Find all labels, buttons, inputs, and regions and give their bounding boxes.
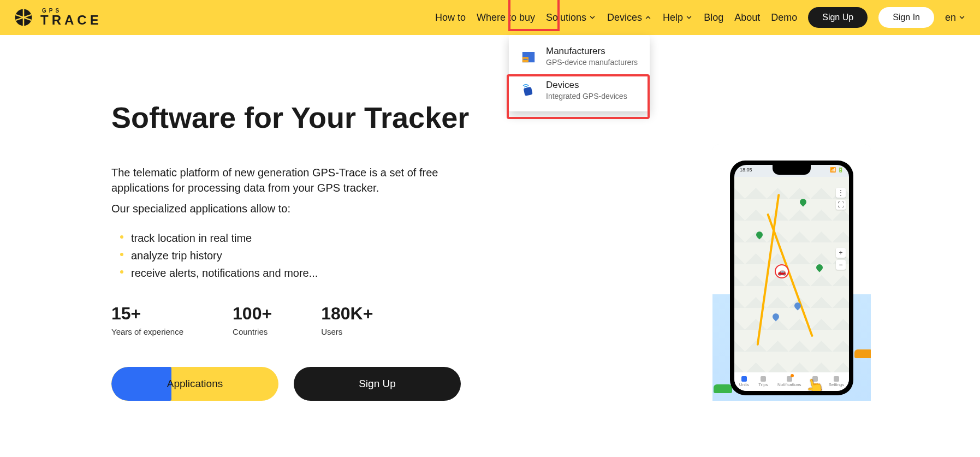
map-poi-icon <box>771 312 781 322</box>
map-poi-icon <box>799 198 808 207</box>
language-selector[interactable]: en <box>945 12 966 23</box>
map-fullscreen-icon: ⛶ <box>836 200 846 210</box>
feature-item: track location in real time <box>120 229 494 247</box>
stat-label: Years of experience <box>111 327 183 336</box>
phone-map: 🚗 ⋮ ⛶ + − <box>734 177 849 372</box>
nav-help-label: Help <box>663 12 683 23</box>
map-zoom-out-icon: − <box>836 260 846 270</box>
notification-dot-icon <box>791 374 794 377</box>
nav-where-label: Where to buy <box>477 12 535 23</box>
dropdown-devices[interactable]: Devices Integrated GPS-devices <box>509 73 650 107</box>
svg-rect-3 <box>523 59 527 60</box>
warehouse-icon <box>520 48 537 65</box>
map-poi-icon <box>755 230 764 240</box>
applications-button[interactable]: Applications <box>111 367 278 401</box>
nav-demo-label: Demo <box>771 12 797 23</box>
logo-text: GPS TRACE <box>40 8 102 27</box>
stat-users: 180K+ Users <box>321 304 373 336</box>
phone-nav-settings: Settings <box>828 376 844 387</box>
stat-value: 180K+ <box>321 304 373 324</box>
signup-label: Sign Up <box>822 13 853 22</box>
nav-devices[interactable]: Devices <box>607 12 652 23</box>
stat-value: 15+ <box>111 304 183 324</box>
dropdown-manufacturers[interactable]: Manufacturers GPS-device manufacturers <box>509 39 650 73</box>
phone-nav-units: Units <box>739 376 749 387</box>
hero-feature-list: track location in real time analyze trip… <box>120 229 494 282</box>
trips-icon <box>761 376 766 382</box>
nav-about-label: About <box>734 12 760 23</box>
phone-time: 18:05 <box>740 167 752 173</box>
signup-button[interactable]: Sign Up <box>808 7 868 28</box>
stat-value: 100+ <box>233 304 272 324</box>
nav-where-to-buy[interactable]: Where to buy <box>477 12 535 23</box>
phone-bottom-nav: Units Trips Notifications Geo Settings <box>734 372 849 391</box>
phone-nav-label: Settings <box>828 382 844 387</box>
phone-nav-trips: Trips <box>758 376 768 387</box>
nav-solutions-label: Solutions <box>546 12 586 23</box>
chevron-down-icon <box>958 14 966 21</box>
phone-nav-label: Trips <box>758 382 768 387</box>
hero-content: Software for Your Tracker The telematic … <box>111 100 494 401</box>
chevron-up-icon <box>644 14 652 21</box>
logo[interactable]: GPS TRACE <box>14 8 102 27</box>
chevron-down-icon <box>685 14 693 21</box>
dropdown-devices-text: Devices Integrated GPS-devices <box>546 80 627 100</box>
cta-row: Applications Sign Up <box>111 367 494 401</box>
hero-paragraph-1: The telematic platform of new generation… <box>111 165 494 195</box>
signin-button[interactable]: Sign In <box>878 7 934 28</box>
nav-about[interactable]: About <box>734 12 760 23</box>
dropdown-devices-title: Devices <box>546 80 627 91</box>
hero-illustration: 18:05 📶 🔋 🚗 ⋮ ⛶ + − <box>712 144 871 401</box>
language-label: en <box>945 12 956 23</box>
dropdown-manufacturers-text: Manufacturers GPS-device manufacturers <box>546 46 638 67</box>
stat-label: Users <box>321 327 373 336</box>
hero-signup-label: Sign Up <box>359 378 396 390</box>
nav-devices-label: Devices <box>607 12 642 23</box>
hero-section: Software for Your Tracker The telematic … <box>0 35 980 401</box>
car-illustration <box>854 349 871 358</box>
hero-signup-button[interactable]: Sign Up <box>294 367 461 401</box>
phone-mockup: 18:05 📶 🔋 🚗 ⋮ ⛶ + − <box>730 161 853 395</box>
phone-nav-label: Notifications <box>777 382 801 387</box>
nav-help[interactable]: Help <box>663 12 693 23</box>
dropdown-devices-sub: Integrated GPS-devices <box>546 92 627 100</box>
applications-label: Applications <box>167 378 223 390</box>
devices-dropdown: Manufacturers GPS-device manufacturers D… <box>509 35 650 111</box>
nav-how-to[interactable]: How to <box>435 12 466 23</box>
feature-item: analyze trip history <box>120 247 494 264</box>
logo-icon <box>14 8 33 27</box>
hero-title: Software for Your Tracker <box>111 100 494 134</box>
svg-rect-4 <box>524 87 533 96</box>
dropdown-manufacturers-title: Manufacturers <box>546 46 638 57</box>
nav-solutions[interactable]: Solutions <box>546 12 596 23</box>
logo-text-big: TRACE <box>40 14 102 27</box>
phone-screen: 18:05 📶 🔋 🚗 ⋮ ⛶ + − <box>734 165 849 391</box>
chevron-down-icon <box>589 14 596 21</box>
signin-label: Sign In <box>893 13 920 22</box>
vehicle-pin-icon: 🚗 <box>775 264 789 278</box>
phone-nav-notifications: Notifications <box>777 376 801 387</box>
stat-label: Countries <box>233 327 272 336</box>
nav-blog-label: Blog <box>704 12 723 23</box>
map-zoom-in-icon: + <box>836 248 846 258</box>
nav-demo[interactable]: Demo <box>771 12 797 23</box>
tracker-device-icon <box>520 81 537 99</box>
gear-icon <box>834 376 839 382</box>
map-poi-icon <box>815 263 824 272</box>
phone-nav-label: Units <box>739 382 749 387</box>
map-layers-icon: ⋮ <box>836 188 846 198</box>
nav-blog[interactable]: Blog <box>704 12 723 23</box>
dropdown-manufacturers-sub: GPS-device manufacturers <box>546 58 638 67</box>
nav-how-to-label: How to <box>435 12 466 23</box>
hero-paragraph-2: Our specialized applications allow to: <box>111 201 494 216</box>
stat-countries: 100+ Countries <box>233 304 272 336</box>
car-illustration <box>714 384 732 393</box>
main-nav: How to Where to buy Solutions Devices He… <box>435 7 966 28</box>
phone-status-bar: 18:05 📶 🔋 <box>740 167 844 173</box>
feature-item: receive alerts, notifications and more..… <box>120 264 494 282</box>
stat-experience: 15+ Years of experience <box>111 304 183 336</box>
phone-status-icons: 📶 🔋 <box>830 167 844 173</box>
stats-row: 15+ Years of experience 100+ Countries 1… <box>111 304 494 336</box>
units-icon <box>741 376 747 382</box>
top-header: GPS TRACE How to Where to buy Solutions … <box>0 0 980 35</box>
